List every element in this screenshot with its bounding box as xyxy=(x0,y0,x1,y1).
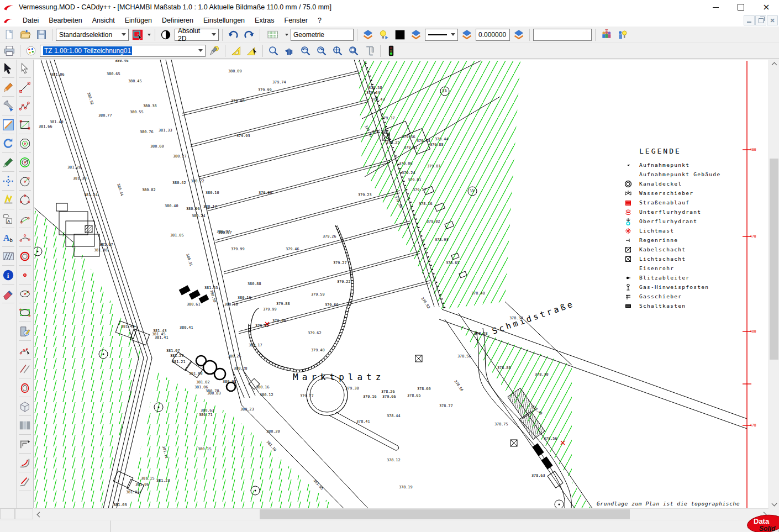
arc-3p-tool-button[interactable] xyxy=(17,229,33,246)
snap-tool-button[interactable] xyxy=(0,172,16,189)
line-tool-button[interactable] xyxy=(17,78,33,96)
layer-diamond4-button[interactable] xyxy=(512,28,526,41)
green-pencil-tool-button[interactable] xyxy=(0,154,16,171)
zoom-previous-button[interactable] xyxy=(298,44,313,57)
zoom-window-button[interactable] xyxy=(266,44,281,57)
group-name-input[interactable] xyxy=(291,29,354,41)
maximize-button[interactable] xyxy=(728,0,754,14)
mdi-restore-button[interactable] xyxy=(755,15,766,25)
extra-input[interactable] xyxy=(533,29,592,41)
vertical-scroll-thumb[interactable] xyxy=(770,159,778,360)
hatch-tool-button[interactable] xyxy=(0,247,16,265)
user-highlight-button[interactable] xyxy=(615,28,629,41)
contour-tool-button[interactable] xyxy=(17,379,33,396)
coordinate-mode-combobox[interactable]: Absolut 2D xyxy=(175,29,219,41)
measure-button[interactable] xyxy=(362,44,377,57)
drawing-combobox[interactable]: TZ 1.00:1.00 Teilzeichnung01 xyxy=(40,45,206,57)
circle-points-tool-button[interactable] xyxy=(17,191,33,208)
active-color-swatch[interactable] xyxy=(393,28,407,41)
fillet-tool-button[interactable] xyxy=(17,454,33,471)
user-groups-button[interactable] xyxy=(599,28,613,41)
rectangle-tool-button[interactable] xyxy=(17,116,33,133)
label-tool-button[interactable]: A xyxy=(0,210,16,227)
menu-extras[interactable]: Extras xyxy=(250,15,279,25)
polygon-tool-button[interactable] xyxy=(17,135,33,152)
drawing-canvas[interactable]: 400470480478 381.06380.46380.65380.45380… xyxy=(34,60,769,508)
menu-ansicht[interactable]: Ansicht xyxy=(87,15,120,25)
offset-tool-button[interactable] xyxy=(17,435,33,452)
layer-diamond3-button[interactable] xyxy=(460,28,474,41)
svg-text:381.28: 381.28 xyxy=(67,165,81,170)
polyline-edit-tool-button[interactable] xyxy=(0,191,16,208)
chamfer-tool-button[interactable] xyxy=(17,473,33,490)
refresh-tool-button[interactable] xyxy=(0,135,16,152)
grid-snap-dropdown[interactable] xyxy=(284,28,289,41)
palette-button[interactable] xyxy=(24,44,38,57)
info-tool-button[interactable]: i xyxy=(0,266,16,283)
toolbox-separator xyxy=(2,246,14,247)
scroll-down-button[interactable] xyxy=(769,498,779,508)
save-file-button[interactable] xyxy=(34,28,49,41)
menu-definieren[interactable]: Definieren xyxy=(157,15,198,25)
text-tool-button[interactable]: Ab xyxy=(0,229,16,246)
toolbar-separator xyxy=(529,29,530,41)
print-button[interactable] xyxy=(2,44,17,57)
tools-settings-button[interactable] xyxy=(0,97,16,114)
menu-einstellungen[interactable]: Einstellungen xyxy=(198,15,250,25)
menu-bearbeiten[interactable]: Bearbeiten xyxy=(44,15,87,25)
menu-fenster[interactable]: Fenster xyxy=(280,15,313,25)
spline-tool-button[interactable] xyxy=(17,341,33,359)
ellipse-box-tool-button[interactable] xyxy=(17,304,33,321)
zoom-all-button[interactable] xyxy=(330,44,345,57)
arc-tool-button[interactable] xyxy=(17,210,33,227)
freehand-tool-button[interactable] xyxy=(17,323,33,340)
value-input[interactable] xyxy=(476,29,510,41)
undo-button[interactable] xyxy=(226,28,240,41)
donut-tool-button[interactable] xyxy=(17,247,33,265)
views-tool-button[interactable] xyxy=(17,417,33,434)
menu-einfgen[interactable]: Einfügen xyxy=(120,15,157,25)
menu-datei[interactable]: Datei xyxy=(18,15,44,25)
menu-?[interactable]: ? xyxy=(313,15,327,25)
line-style-combobox[interactable] xyxy=(425,29,458,41)
mdi-close-button[interactable]: ✕ xyxy=(767,15,778,25)
layer-diamond2-button[interactable] xyxy=(409,28,423,41)
zoom-page-button[interactable] xyxy=(346,44,361,57)
selection-rect-dropdown[interactable] xyxy=(146,28,151,41)
scroll-up-button[interactable] xyxy=(769,60,779,70)
minimize-button[interactable] xyxy=(703,0,728,14)
vertical-scrollbar[interactable] xyxy=(769,60,779,508)
polyline-tool-button[interactable] xyxy=(17,97,33,114)
setsquare-button[interactable] xyxy=(229,44,243,57)
setsquare-select-button[interactable] xyxy=(245,44,259,57)
circle-radius-tool-button[interactable] xyxy=(17,172,33,189)
box-3d-tool-button[interactable] xyxy=(17,398,33,415)
redo-button[interactable] xyxy=(242,28,256,41)
ellipse-tool-button[interactable] xyxy=(17,285,33,302)
coordinate-mode-icon[interactable] xyxy=(159,28,173,41)
zoom-next-button[interactable] xyxy=(314,44,329,57)
redraw-traffic-light-button[interactable] xyxy=(384,44,398,57)
horizontal-scrollbar[interactable] xyxy=(34,508,769,520)
circle-concentric-tool-button[interactable] xyxy=(17,154,33,171)
grid-snap-button[interactable] xyxy=(264,28,282,41)
selection-mode-combobox[interactable]: Standardselektion xyxy=(56,29,129,41)
mdi-minimize-button[interactable] xyxy=(744,15,755,25)
pan-button[interactable] xyxy=(282,44,297,57)
drawing-board-tool-button[interactable] xyxy=(0,116,16,133)
selection-rect-button[interactable] xyxy=(130,28,145,41)
close-button[interactable]: × xyxy=(754,0,779,14)
highlight-pen-button[interactable] xyxy=(207,44,222,57)
select-tool-button[interactable] xyxy=(0,60,16,77)
open-file-button[interactable] xyxy=(18,28,33,41)
edit-pencil-tool-button[interactable] xyxy=(0,78,16,96)
point-tool-button[interactable] xyxy=(17,266,33,283)
scroll-left-button[interactable] xyxy=(34,509,44,520)
layer-diamond-button[interactable] xyxy=(361,28,375,41)
new-file-button[interactable] xyxy=(2,28,17,41)
horizontal-scroll-thumb[interactable] xyxy=(260,509,630,519)
layer-visibility-button[interactable] xyxy=(377,28,391,41)
parallel-tool-button[interactable] xyxy=(17,360,33,377)
select-arrow-button[interactable] xyxy=(17,60,33,77)
eraser-tool-button[interactable] xyxy=(0,285,16,302)
